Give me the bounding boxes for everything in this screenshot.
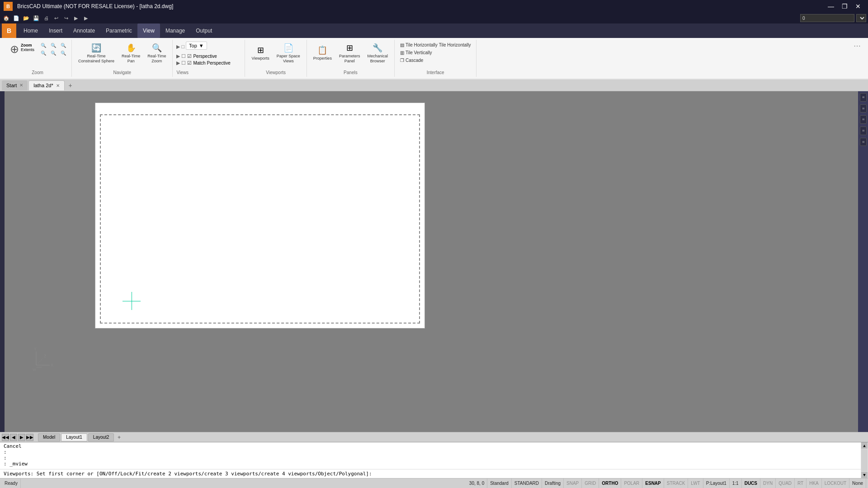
status-strack[interactable]: STRACK xyxy=(664,479,689,488)
status-quad[interactable]: QUAD xyxy=(776,479,795,488)
zoom-extents-btn[interactable]: ⊕ Zoom Extents xyxy=(7,42,37,57)
right-panel-btn-3[interactable]: ≡ xyxy=(860,115,867,124)
navigate-group-label: Navigate xyxy=(113,68,131,75)
paper-space-views-btn[interactable]: 📄 Paper SpaceViews xyxy=(274,42,303,65)
qa-redo[interactable]: ↪ xyxy=(61,14,71,23)
status-playout[interactable]: P:Layout1 xyxy=(703,479,730,488)
zoom-btn5[interactable]: 🔍 xyxy=(49,50,58,56)
app-logo[interactable]: B xyxy=(4,2,13,11)
doc-tab-latha[interactable]: latha 2d* ✕ xyxy=(28,80,64,90)
qa-new[interactable]: 📄 xyxy=(12,14,21,23)
status-snap[interactable]: SNAP xyxy=(564,479,582,488)
right-panel-btn-5[interactable]: ≡ xyxy=(860,138,867,146)
status-esnap[interactable]: ESNAP xyxy=(642,479,664,488)
perspective-btn[interactable]: Perspective xyxy=(193,54,217,59)
status-ortho[interactable]: ORTHO xyxy=(599,479,621,488)
qa-save[interactable]: 💾 xyxy=(32,14,41,23)
view-sub-icon-1[interactable]: ▶ xyxy=(176,53,180,59)
qa-undo[interactable]: ↩ xyxy=(52,14,61,23)
zoom-btn6[interactable]: 🔍 xyxy=(59,50,68,56)
layout-tab-add[interactable]: + xyxy=(115,433,123,441)
menu-view[interactable]: View xyxy=(137,23,160,38)
layout-tab-layout1[interactable]: Layout1 xyxy=(61,433,87,441)
minimize-button[interactable]: — xyxy=(825,0,837,13)
view-icon-1[interactable]: ▶ xyxy=(176,44,180,50)
right-panel-btn-4[interactable]: ≡ xyxy=(860,127,867,135)
cmd-scroll-up[interactable]: ▲ xyxy=(861,442,868,449)
realtime-pan-btn[interactable]: ✋ Real-TimePan xyxy=(119,42,143,65)
doc-tab-start[interactable]: Start ✕ xyxy=(2,80,28,90)
command-scroll: ▲ ▼ xyxy=(861,442,868,478)
scroll-next[interactable]: ▶ xyxy=(18,434,25,441)
command-prompt-text: Viewports: Set first corner or [ON/Off/L… xyxy=(4,471,372,477)
status-drafting[interactable]: Drafting xyxy=(542,479,564,488)
cascade-btn[interactable]: ❐ Cascade xyxy=(398,57,473,64)
menu-logo[interactable]: B xyxy=(2,23,16,38)
zoom-btn1[interactable]: 🔍 xyxy=(39,42,48,49)
view-sub-icon-2[interactable]: ▶ xyxy=(176,60,180,66)
status-dyn[interactable]: DYN xyxy=(760,479,776,488)
status-lockout[interactable]: LOCKOUT xyxy=(822,479,849,488)
tile-horizontally-btn[interactable]: ▤ Tile HorizontallyTile Horizontally xyxy=(398,42,473,48)
command-line-3: : xyxy=(4,455,864,461)
ribbon-overflow[interactable]: ⋯ xyxy=(850,40,864,77)
canvas-area[interactable]: Y X Z W xyxy=(5,91,858,432)
scroll-last[interactable]: ▶▶ xyxy=(26,434,33,441)
menu-manage[interactable]: Manage xyxy=(160,23,190,38)
properties-btn[interactable]: 📋 Properties xyxy=(311,44,335,62)
tile-vertically-btn[interactable]: ▥ Tile Vertically xyxy=(398,49,473,56)
status-ducs[interactable]: DUCS xyxy=(742,479,760,488)
status-hka[interactable]: HKA xyxy=(807,479,822,488)
parameters-panel-btn[interactable]: ⊞ ParametersPanel xyxy=(336,42,363,65)
view-check-2[interactable]: ☐ xyxy=(181,60,186,66)
doc-tab-latha-close[interactable]: ✕ xyxy=(56,83,60,88)
restore-button[interactable]: ❐ xyxy=(838,0,851,13)
realtime-zoom-btn[interactable]: 🔍 Real-TimeZoom xyxy=(145,42,169,65)
right-panel-btn-2[interactable]: ≡ xyxy=(860,104,867,113)
qa-home[interactable]: 🏠 xyxy=(2,14,11,23)
status-polar[interactable]: POLAR xyxy=(621,479,642,488)
view-check-1[interactable]: ☐ xyxy=(181,53,186,59)
menu-insert[interactable]: Insert xyxy=(43,23,68,38)
status-lwt[interactable]: LWT xyxy=(688,479,703,488)
match-perspective-btn[interactable]: Match Perspective xyxy=(193,61,230,66)
cmd-scroll-thumb[interactable] xyxy=(861,449,868,471)
view-sub-check-2[interactable]: ☑ xyxy=(187,60,192,66)
zoom-btn2[interactable]: 🔍 xyxy=(49,42,58,49)
zoom-btn3[interactable]: 🔍 xyxy=(59,42,68,49)
menu-annotate[interactable]: Annotate xyxy=(68,23,100,38)
status-grid[interactable]: GRID xyxy=(582,479,599,488)
viewports-btn[interactable]: ⊞ Viewports xyxy=(249,44,272,62)
zoom-btn4[interactable]: 🔍 xyxy=(39,50,48,56)
cmd-scroll-down[interactable]: ▼ xyxy=(861,472,868,478)
realtime-constrained-btn[interactable]: 🔄 Real-TimeConstrained Sphere xyxy=(75,42,117,65)
menu-parametric[interactable]: Parametric xyxy=(100,23,137,38)
view-sub-check-1[interactable]: ☑ xyxy=(187,53,192,59)
close-button[interactable]: ✕ xyxy=(852,0,864,13)
qa-play[interactable]: ▶ xyxy=(71,14,80,23)
qa-print[interactable]: 🖨 xyxy=(42,14,51,23)
status-rt[interactable]: RT xyxy=(795,479,807,488)
status-standard-1[interactable]: Standard xyxy=(487,479,512,488)
command-output: Cancel : : : _mview xyxy=(0,442,868,469)
input-field[interactable] xyxy=(800,14,854,22)
doc-tab-start-close[interactable]: ✕ xyxy=(19,83,23,88)
right-panel-btn-1[interactable]: ≡ xyxy=(860,93,867,102)
menu-output[interactable]: Output xyxy=(190,23,217,38)
qa-open[interactable]: 📂 xyxy=(22,14,31,23)
mechanical-browser-btn[interactable]: 🔧 MechanicalBrowser xyxy=(364,42,391,65)
menu-home[interactable]: Home xyxy=(18,23,43,38)
layout-tab-layout2[interactable]: Layout2 xyxy=(88,433,114,441)
view-icon-2[interactable]: □ xyxy=(181,44,184,49)
scroll-first[interactable]: ◀◀ xyxy=(2,434,9,441)
scroll-prev[interactable]: ◀ xyxy=(10,434,17,441)
qa-play2[interactable]: ▶ xyxy=(81,14,90,23)
status-standard-2[interactable]: STANDARD xyxy=(512,479,542,488)
views-dropdown[interactable]: Top ▼ xyxy=(186,42,207,50)
status-none[interactable]: None xyxy=(849,479,866,488)
svg-line-2 xyxy=(36,358,43,365)
status-scale[interactable]: 1:1 xyxy=(730,479,742,488)
unit-selector[interactable] xyxy=(856,14,866,22)
doc-tab-add[interactable]: + xyxy=(66,80,75,90)
layout-tab-model[interactable]: Model xyxy=(38,433,60,441)
